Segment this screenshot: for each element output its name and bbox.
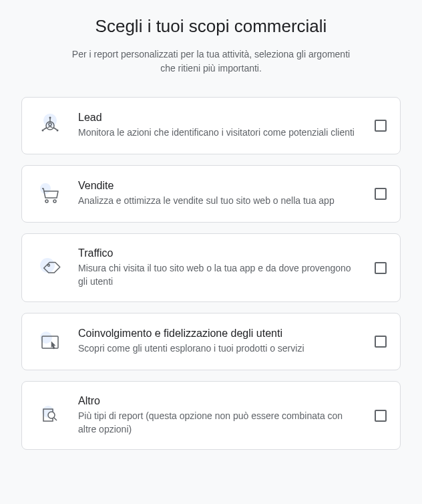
option-desc: Più tipi di report (questa opzione non p…: [78, 410, 361, 436]
sales-icon: [35, 179, 65, 209]
traffic-icon: [35, 253, 65, 283]
svg-point-10: [45, 200, 48, 203]
option-title: Coinvolgimento e fidelizzazione degli ut…: [78, 328, 361, 340]
svg-point-6: [49, 117, 51, 119]
checkbox-sales[interactable]: [375, 188, 387, 200]
checkbox-traffic[interactable]: [375, 262, 387, 274]
svg-line-19: [54, 417, 57, 420]
svg-point-7: [42, 130, 44, 132]
option-content: Coinvolgimento e fidelizzazione degli ut…: [78, 328, 361, 356]
page-title: Scegli i tuoi scopi commerciali: [21, 16, 401, 37]
option-traffic[interactable]: Traffico Misura chi visita il tuo sito w…: [21, 233, 401, 302]
option-sales[interactable]: Vendite Analizza e ottimizza le vendite …: [21, 165, 401, 223]
checkbox-other[interactable]: [375, 410, 387, 422]
option-content: Vendite Analizza e ottimizza le vendite …: [78, 180, 361, 208]
option-desc: Monitora le azioni che identificano i vi…: [78, 126, 361, 140]
option-title: Traffico: [78, 247, 361, 259]
other-icon: [35, 401, 65, 430]
option-engagement[interactable]: Coinvolgimento e fidelizzazione degli ut…: [21, 313, 401, 370]
option-content: Altro Più tipi di report (questa opzione…: [78, 395, 361, 436]
engagement-icon: [35, 327, 65, 356]
svg-line-4: [43, 128, 47, 130]
option-content: Traffico Misura chi visita il tuo sito w…: [78, 247, 361, 288]
option-lead[interactable]: Lead Monitora le azioni che identificano…: [21, 97, 401, 154]
page-subtitle: Per i report personalizzati per la tua a…: [71, 47, 351, 76]
svg-line-5: [53, 128, 57, 130]
svg-point-9: [40, 183, 51, 194]
option-title: Altro: [78, 395, 361, 407]
option-title: Lead: [78, 112, 361, 124]
option-desc: Misura chi visita il tuo sito web o la t…: [78, 262, 361, 288]
option-other[interactable]: Altro Più tipi di report (questa opzione…: [21, 381, 401, 450]
checkbox-engagement[interactable]: [375, 336, 387, 348]
lead-icon: [35, 111, 65, 140]
header: Scegli i tuoi scopi commerciali Per i re…: [21, 16, 401, 76]
checkbox-lead[interactable]: [375, 120, 387, 132]
svg-point-11: [53, 200, 56, 203]
svg-point-8: [57, 130, 59, 132]
option-title: Vendite: [78, 180, 361, 192]
option-desc: Analizza e ottimizza le vendite sul tuo …: [78, 195, 361, 208]
option-desc: Scopri come gli utenti esplorano i tuoi …: [78, 342, 361, 356]
option-content: Lead Monitora le azioni che identificano…: [78, 112, 361, 140]
